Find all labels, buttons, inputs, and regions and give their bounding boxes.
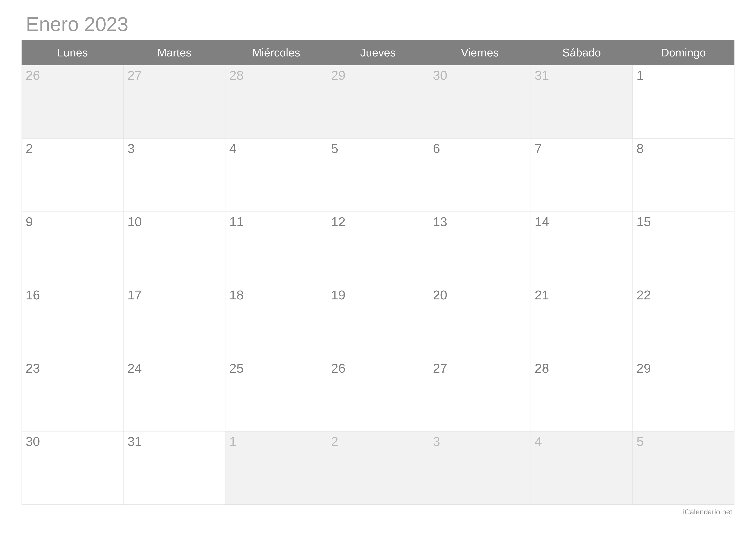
weekday-header: Jueves: [327, 40, 429, 65]
weekday-header: Lunes: [22, 40, 123, 65]
day-number: 14: [535, 215, 549, 229]
weekday-header-row: Lunes Martes Miércoles Jueves Viernes Sá…: [22, 40, 735, 65]
weekday-header: Sábado: [531, 40, 633, 65]
calendar-day-cell: 12: [327, 212, 429, 285]
calendar-day-cell: 27: [123, 65, 225, 139]
day-number: 29: [636, 361, 651, 375]
day-number: 31: [127, 434, 142, 449]
day-number: 23: [26, 361, 40, 375]
calendar-day-cell: 19: [327, 285, 429, 358]
calendar-day-cell: 23: [22, 358, 123, 431]
day-number: 17: [127, 288, 142, 302]
day-number: 5: [331, 141, 338, 156]
day-number: 1: [229, 434, 236, 449]
calendar-day-cell: 17: [123, 285, 225, 358]
calendar-day-cell: 31: [531, 65, 633, 139]
calendar-day-cell: 13: [429, 212, 530, 285]
calendar-day-cell: 8: [633, 139, 734, 212]
day-number: 8: [636, 141, 644, 156]
calendar-day-cell: 2: [22, 139, 123, 212]
day-number: 18: [229, 288, 244, 302]
day-number: 16: [26, 288, 40, 302]
day-number: 31: [535, 68, 549, 83]
day-number: 19: [331, 288, 345, 302]
calendar-week-row: 303112345: [22, 431, 735, 505]
calendar-day-cell: 1: [225, 431, 327, 505]
calendar-day-cell: 20: [429, 285, 530, 358]
calendar-day-cell: 3: [429, 431, 530, 505]
calendar-week-row: 2627282930311: [22, 65, 735, 139]
day-number: 4: [229, 141, 236, 156]
calendar-day-cell: 11: [225, 212, 327, 285]
calendar-day-cell: 2: [327, 431, 429, 505]
calendar-week-row: 16171819202122: [22, 285, 735, 358]
footer-credit: iCalendario.net: [21, 508, 735, 516]
day-number: 6: [433, 141, 440, 156]
day-number: 7: [535, 141, 542, 156]
day-number: 12: [331, 215, 345, 229]
page-title: Enero 2023: [26, 13, 735, 36]
weekday-header: Martes: [123, 40, 225, 65]
calendar-week-row: 2345678: [22, 139, 735, 212]
day-number: 2: [331, 434, 338, 449]
calendar-day-cell: 28: [531, 358, 633, 431]
day-number: 22: [636, 288, 651, 302]
calendar-day-cell: 21: [531, 285, 633, 358]
day-number: 30: [26, 434, 40, 449]
day-number: 11: [229, 215, 244, 229]
day-number: 27: [433, 361, 447, 375]
calendar-week-row: 23242526272829: [22, 358, 735, 431]
calendar-day-cell: 5: [633, 431, 734, 505]
calendar-day-cell: 29: [327, 65, 429, 139]
calendar-day-cell: 26: [22, 65, 123, 139]
day-number: 9: [26, 215, 33, 229]
calendar-day-cell: 27: [429, 358, 530, 431]
calendar-week-row: 9101112131415: [22, 212, 735, 285]
calendar-day-cell: 30: [22, 431, 123, 505]
day-number: 26: [331, 361, 345, 375]
calendar-day-cell: 31: [123, 431, 225, 505]
calendar-day-cell: 10: [123, 212, 225, 285]
weekday-header: Domingo: [633, 40, 734, 65]
day-number: 15: [636, 215, 651, 229]
calendar-day-cell: 28: [225, 65, 327, 139]
calendar-day-cell: 6: [429, 139, 530, 212]
calendar-day-cell: 15: [633, 212, 734, 285]
weekday-header: Viernes: [429, 40, 530, 65]
calendar-day-cell: 3: [123, 139, 225, 212]
day-number: 24: [127, 361, 142, 375]
calendar-day-cell: 18: [225, 285, 327, 358]
calendar-day-cell: 16: [22, 285, 123, 358]
calendar-day-cell: 4: [531, 431, 633, 505]
calendar-table: Lunes Martes Miércoles Jueves Viernes Sá…: [21, 40, 735, 505]
day-number: 28: [229, 68, 244, 83]
day-number: 1: [636, 68, 644, 83]
day-number: 5: [636, 434, 644, 449]
calendar-day-cell: 14: [531, 212, 633, 285]
day-number: 30: [433, 68, 447, 83]
calendar-day-cell: 9: [22, 212, 123, 285]
day-number: 13: [433, 215, 447, 229]
day-number: 4: [535, 434, 542, 449]
day-number: 27: [127, 68, 142, 83]
day-number: 21: [535, 288, 549, 302]
calendar-day-cell: 29: [633, 358, 734, 431]
day-number: 20: [433, 288, 447, 302]
day-number: 29: [331, 68, 345, 83]
day-number: 10: [127, 215, 142, 229]
day-number: 3: [127, 141, 134, 156]
calendar-day-cell: 25: [225, 358, 327, 431]
calendar-day-cell: 7: [531, 139, 633, 212]
calendar-day-cell: 30: [429, 65, 530, 139]
weekday-header: Miércoles: [225, 40, 327, 65]
calendar-day-cell: 4: [225, 139, 327, 212]
calendar-day-cell: 5: [327, 139, 429, 212]
day-number: 26: [26, 68, 40, 83]
calendar-day-cell: 22: [633, 285, 734, 358]
calendar-day-cell: 26: [327, 358, 429, 431]
calendar-body: 2627282930311234567891011121314151617181…: [22, 65, 735, 505]
day-number: 2: [26, 141, 33, 156]
day-number: 3: [433, 434, 440, 449]
calendar-day-cell: 24: [123, 358, 225, 431]
calendar-day-cell: 1: [633, 65, 734, 139]
